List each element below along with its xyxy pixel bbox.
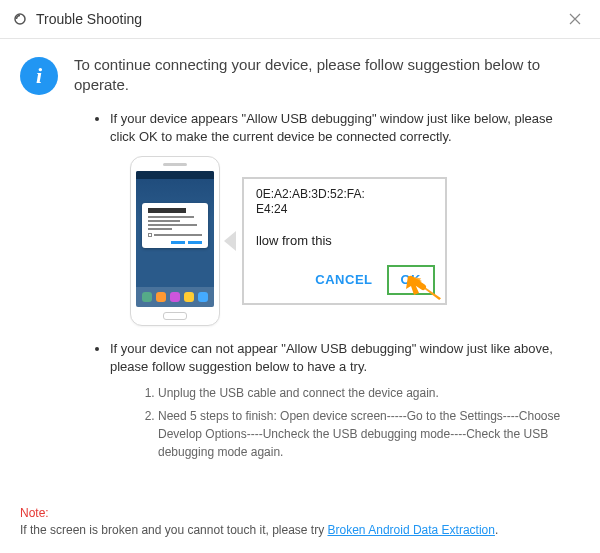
instruction-list: If your device appears "Allow USB debugg… bbox=[20, 110, 580, 462]
instruction-text-2: If your device can not appear "Allow USB… bbox=[110, 341, 553, 374]
sub-step-2: Need 5 steps to finish: Open device scre… bbox=[158, 407, 580, 461]
titlebar: Trouble Shooting bbox=[0, 0, 600, 39]
mac-line-2: E4:24 bbox=[254, 202, 435, 218]
illustration: 0E:A2:AB:3D:52:FA: E4:24 llow from this … bbox=[130, 156, 580, 326]
zoom-mid-text: llow from this bbox=[254, 232, 435, 250]
sub-step-1: Unplug the USB cable and connect the dev… bbox=[158, 384, 580, 402]
app-icon bbox=[12, 11, 28, 27]
note-text-before: If the screen is broken and you cannot t… bbox=[20, 523, 328, 537]
broken-android-link[interactable]: Broken Android Data Extraction bbox=[328, 523, 495, 537]
instruction-item-2: If your device can not appear "Allow USB… bbox=[110, 340, 580, 461]
callout-pointer bbox=[224, 231, 236, 251]
close-button[interactable] bbox=[564, 8, 586, 30]
intro-text: To continue connecting your device, plea… bbox=[74, 55, 580, 96]
note-block: Note: If the screen is broken and you ca… bbox=[20, 505, 580, 539]
cancel-button-sample: CANCEL bbox=[315, 271, 372, 289]
phone-popup bbox=[142, 203, 208, 248]
ok-button-sample: OK bbox=[387, 265, 436, 295]
phone-mockup bbox=[130, 156, 220, 326]
window-title: Trouble Shooting bbox=[36, 11, 142, 27]
intro-row: i To continue connecting your device, pl… bbox=[20, 55, 580, 96]
instruction-text-1: If your device appears "Allow USB debugg… bbox=[110, 111, 553, 144]
note-label: Note: bbox=[20, 505, 580, 522]
sub-steps: Unplug the USB cable and connect the dev… bbox=[110, 384, 580, 461]
info-icon: i bbox=[20, 57, 58, 95]
instruction-item-1: If your device appears "Allow USB debugg… bbox=[110, 110, 580, 326]
note-text-after: . bbox=[495, 523, 498, 537]
zoom-panel: 0E:A2:AB:3D:52:FA: E4:24 llow from this … bbox=[242, 177, 447, 305]
mac-line-1: 0E:A2:AB:3D:52:FA: bbox=[254, 187, 435, 203]
dialog-content: i To continue connecting your device, pl… bbox=[0, 39, 600, 481]
